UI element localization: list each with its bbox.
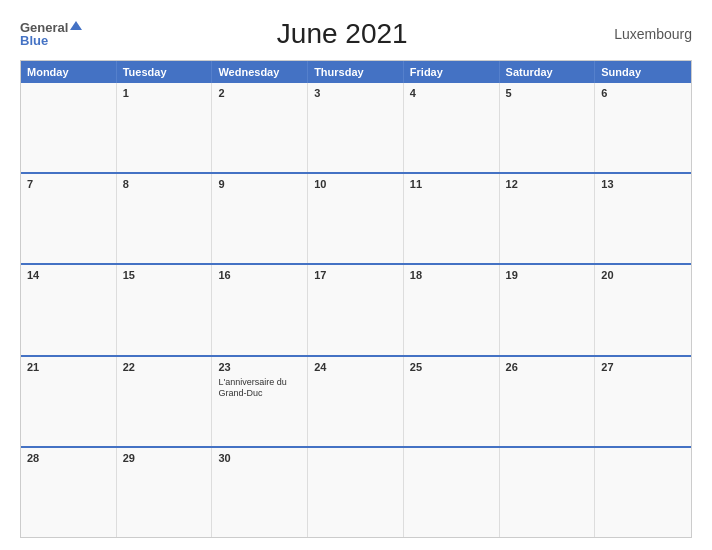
cell-w1-d6: 5 (500, 83, 596, 172)
cell-w5-d2: 29 (117, 448, 213, 537)
cell-w4-d1: 21 (21, 357, 117, 446)
day-number: 25 (410, 361, 493, 373)
day-number: 20 (601, 269, 685, 281)
day-number: 30 (218, 452, 301, 464)
calendar-title: June 2021 (82, 18, 602, 50)
col-thursday: Thursday (308, 61, 404, 83)
cell-w1-d5: 4 (404, 83, 500, 172)
cell-w1-d3: 2 (212, 83, 308, 172)
cell-w3-d3: 16 (212, 265, 308, 354)
day-number: 26 (506, 361, 589, 373)
cell-w4-d5: 25 (404, 357, 500, 446)
calendar-header-row: Monday Tuesday Wednesday Thursday Friday… (21, 61, 691, 83)
day-number: 22 (123, 361, 206, 373)
day-number: 29 (123, 452, 206, 464)
cell-w2-d7: 13 (595, 174, 691, 263)
day-number: 28 (27, 452, 110, 464)
day-number: 18 (410, 269, 493, 281)
country-label: Luxembourg (602, 26, 692, 42)
cell-w3-d6: 19 (500, 265, 596, 354)
day-number: 27 (601, 361, 685, 373)
logo-triangle-icon (70, 21, 82, 30)
cell-w5-d3: 30 (212, 448, 308, 537)
day-number: 2 (218, 87, 301, 99)
cell-w5-d6 (500, 448, 596, 537)
col-saturday: Saturday (500, 61, 596, 83)
cell-w3-d7: 20 (595, 265, 691, 354)
cell-w4-d3: 23L'anniversaire du Grand-Duc (212, 357, 308, 446)
day-number: 12 (506, 178, 589, 190)
logo: General Blue (20, 21, 82, 47)
calendar-page: General Blue June 2021 Luxembourg Monday… (0, 0, 712, 550)
cell-w4-d6: 26 (500, 357, 596, 446)
cell-w4-d4: 24 (308, 357, 404, 446)
page-header: General Blue June 2021 Luxembourg (20, 18, 692, 50)
day-event: L'anniversaire du Grand-Duc (218, 377, 301, 400)
cell-w2-d6: 12 (500, 174, 596, 263)
cell-w2-d2: 8 (117, 174, 213, 263)
day-number: 5 (506, 87, 589, 99)
col-tuesday: Tuesday (117, 61, 213, 83)
calendar-grid: Monday Tuesday Wednesday Thursday Friday… (20, 60, 692, 538)
day-number: 14 (27, 269, 110, 281)
cell-w2-d4: 10 (308, 174, 404, 263)
cell-w1-d7: 6 (595, 83, 691, 172)
day-number: 15 (123, 269, 206, 281)
cell-w1-d2: 1 (117, 83, 213, 172)
day-number: 13 (601, 178, 685, 190)
cell-w3-d5: 18 (404, 265, 500, 354)
cell-w1-d4: 3 (308, 83, 404, 172)
day-number: 23 (218, 361, 301, 373)
day-number: 19 (506, 269, 589, 281)
logo-blue-text: Blue (20, 34, 82, 47)
col-wednesday: Wednesday (212, 61, 308, 83)
col-sunday: Sunday (595, 61, 691, 83)
cell-w5-d1: 28 (21, 448, 117, 537)
cell-w4-d7: 27 (595, 357, 691, 446)
day-number: 21 (27, 361, 110, 373)
day-number: 9 (218, 178, 301, 190)
day-number: 24 (314, 361, 397, 373)
cell-w2-d1: 7 (21, 174, 117, 263)
week-row-5: 282930 (21, 448, 691, 537)
week-row-4: 212223L'anniversaire du Grand-Duc2425262… (21, 357, 691, 448)
cell-w2-d5: 11 (404, 174, 500, 263)
col-friday: Friday (404, 61, 500, 83)
day-number: 16 (218, 269, 301, 281)
cell-w2-d3: 9 (212, 174, 308, 263)
day-number: 10 (314, 178, 397, 190)
day-number: 6 (601, 87, 685, 99)
week-row-2: 78910111213 (21, 174, 691, 265)
day-number: 1 (123, 87, 206, 99)
cell-w4-d2: 22 (117, 357, 213, 446)
week-row-3: 14151617181920 (21, 265, 691, 356)
day-number: 17 (314, 269, 397, 281)
week-row-1: 123456 (21, 83, 691, 174)
cell-w3-d4: 17 (308, 265, 404, 354)
day-number: 7 (27, 178, 110, 190)
col-monday: Monday (21, 61, 117, 83)
day-number: 4 (410, 87, 493, 99)
day-number: 11 (410, 178, 493, 190)
cell-w5-d7 (595, 448, 691, 537)
cell-w3-d2: 15 (117, 265, 213, 354)
calendar-body: 1234567891011121314151617181920212223L'a… (21, 83, 691, 537)
cell-w5-d4 (308, 448, 404, 537)
day-number: 3 (314, 87, 397, 99)
cell-w5-d5 (404, 448, 500, 537)
day-number: 8 (123, 178, 206, 190)
cell-w3-d1: 14 (21, 265, 117, 354)
cell-w1-d1 (21, 83, 117, 172)
